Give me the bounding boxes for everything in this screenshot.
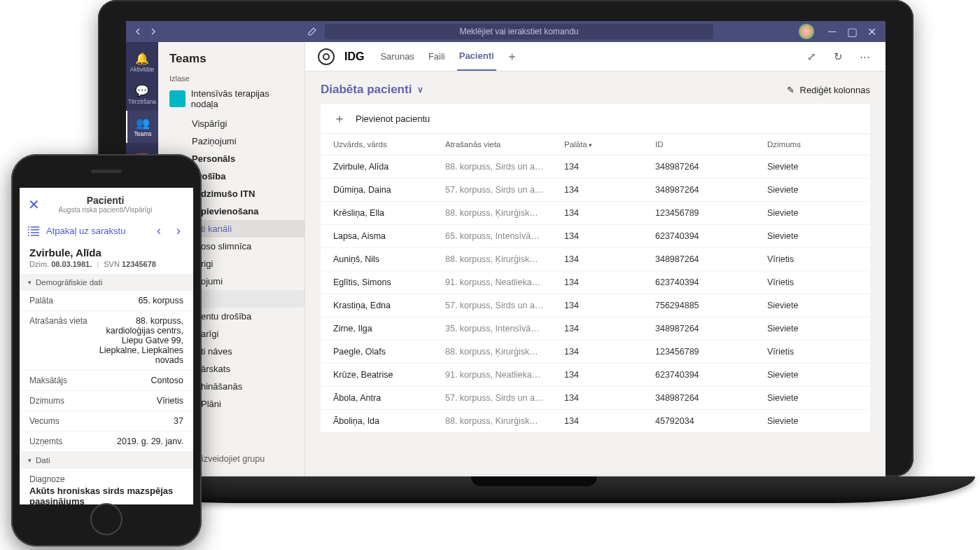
- expand-icon[interactable]: ⤢: [803, 50, 820, 63]
- section-data[interactable]: ▾ Dati: [20, 452, 193, 469]
- list-icon: [28, 226, 39, 236]
- list-title-text: Diabēta pacienti: [321, 83, 412, 97]
- patient-name: Zvirbule, Alīda: [29, 247, 183, 259]
- field-palata: Palāta65. korpuss: [20, 291, 193, 311]
- rail-teams[interactable]: 👥 Teams: [126, 111, 158, 143]
- cell-gender: Vīrietis: [767, 254, 844, 264]
- cell-location: 57. korpuss, Sirds un a…: [445, 393, 564, 403]
- add-patient-button[interactable]: ＋ Pievienot pacientu: [321, 104, 870, 134]
- cell-gender: Sieviete: [767, 393, 844, 403]
- plus-icon: ＋: [333, 112, 346, 125]
- tab-patients[interactable]: Pacienti: [457, 42, 496, 71]
- table-row[interactable]: Krūze, Beatrise 91. korpuss, Neatlieka… …: [321, 364, 870, 387]
- back-label: Atpakaļ uz sarakstu: [46, 226, 146, 236]
- nav-forward-icon[interactable]: [147, 25, 160, 38]
- main-area: IDG Sarunas Faili Pacienti ＋ ⤢ ↻ ⋯ D: [305, 42, 886, 476]
- col-gender[interactable]: Dzimums: [767, 140, 844, 149]
- cell-ward: 134: [564, 277, 655, 287]
- table-row[interactable]: Āboliņa, Ida 88. korpuss, Kirurģisk… 134…: [321, 410, 870, 433]
- cell-location: 88. korpuss, Ķirurģisk…: [445, 254, 564, 264]
- edit-columns-button[interactable]: ✎ Rediģēt kolonnas: [787, 85, 870, 95]
- window-minimize-icon[interactable]: ─: [822, 22, 842, 41]
- table-row[interactable]: Krēsliņa, Ella 88. korpuss, Ķirurģisk… 1…: [321, 202, 870, 225]
- pencil-icon: ✎: [787, 85, 794, 95]
- section-demographics[interactable]: ▾ Demogrāfiskie dati: [20, 274, 193, 291]
- field-location: Atrašanās vieta88. korpuss, kardioloģija…: [20, 311, 193, 371]
- table-row[interactable]: Krastiņa, Edna 57. korpuss, Sirds un a… …: [321, 294, 870, 317]
- refresh-icon[interactable]: ↻: [830, 50, 846, 63]
- tab-bar: IDG Sarunas Faili Pacienti ＋ ⤢ ↻ ⋯: [305, 42, 886, 71]
- cell-name: Dūmiņa, Daina: [333, 185, 445, 195]
- team-row[interactable]: Intensīvās terapijas nodaļa: [158, 85, 304, 115]
- table-row[interactable]: Lapsa, Aisma 65. korpuss, Intensīvā… 134…: [321, 225, 870, 248]
- chevron-down-icon: ∨: [417, 85, 424, 95]
- cell-location: 88. korpuss, Ķirurģisk…: [445, 347, 564, 357]
- window-maximize-icon[interactable]: ▢: [842, 22, 862, 41]
- table-row[interactable]: Zirne, Ilga 35. korpuss, Intensīvā… 134 …: [321, 317, 870, 341]
- cell-id: 123456789: [655, 347, 767, 357]
- cell-id: 123456789: [655, 208, 767, 218]
- app-logo-icon: [318, 48, 335, 65]
- cell-id: 623740394: [655, 277, 767, 287]
- content: Diabēta pacienti ∨ ✎ Rediģēt kolonnas ＋: [305, 71, 886, 441]
- chevron-down-icon: ▾: [28, 457, 31, 464]
- next-patient-icon[interactable]: ›: [172, 224, 185, 238]
- cell-ward: 134: [564, 231, 655, 241]
- table-row[interactable]: Paegle, Olafs 88. korpuss, Ķirurģisk… 13…: [321, 341, 870, 364]
- cell-gender: Sieviete: [767, 162, 844, 172]
- cell-id: 348987264: [655, 185, 767, 195]
- cell-id: 348987264: [655, 162, 767, 172]
- phone-title: Pacienti: [47, 195, 164, 206]
- chat-icon: 💬: [135, 84, 149, 97]
- list-title[interactable]: Diabēta pacienti ∨: [321, 83, 424, 97]
- cell-gender: Sieviete: [767, 301, 844, 310]
- cell-name: Zirne, Ilga: [333, 324, 445, 334]
- cell-location: 57. korpuss, Sirds un a…: [445, 301, 564, 310]
- more-icon[interactable]: ⋯: [856, 50, 873, 63]
- close-icon[interactable]: ✕: [28, 196, 40, 213]
- phone-frame: ✕ Pacienti Augsta riska pacienti/Vispārī…: [11, 154, 202, 546]
- cell-location: 91. korpuss, Neatlieka…: [445, 277, 564, 287]
- rail-activity[interactable]: 🔔 Aktivitāte: [126, 46, 158, 78]
- laptop-frame: ─ ▢ ✕ 🔔 Aktivitāte 💬 Tērzēšana 👥: [98, 0, 913, 532]
- back-to-list[interactable]: Atpakaļ uz sarakstu ‹ ›: [20, 218, 193, 244]
- cell-gender: Sieviete: [767, 416, 844, 426]
- team-name: Intensīvās terapijas nodaļa: [191, 88, 293, 109]
- channel-item[interactable]: Vispārīgi: [158, 115, 304, 132]
- col-location[interactable]: Atrašanās vieta: [445, 140, 564, 149]
- channel-item[interactable]: Paziņojumi: [158, 132, 304, 150]
- window-close-icon[interactable]: ✕: [862, 22, 881, 41]
- diagnosis-text: Akūts hroniskas sirds mazspējas paasināj…: [29, 486, 183, 504]
- cell-id: 756294885: [655, 301, 767, 310]
- prev-patient-icon[interactable]: ‹: [153, 224, 165, 238]
- add-tab-icon[interactable]: ＋: [506, 48, 518, 64]
- teams-icon: 👥: [136, 116, 150, 130]
- table-row[interactable]: Eglītis, Simons 91. korpuss, Neatlieka… …: [321, 271, 870, 294]
- table-row[interactable]: Auniņš, Nils 88. korpuss, Ķirurģisk… 134…: [321, 248, 870, 271]
- cell-id: 348987264: [655, 393, 767, 403]
- cell-id: 45792034: [655, 416, 767, 426]
- table-row[interactable]: Ābola, Antra 57. korpuss, Sirds un a… 13…: [321, 387, 870, 410]
- user-avatar[interactable]: [799, 24, 814, 39]
- col-name[interactable]: Uzvārds, vārds: [333, 140, 445, 149]
- patients-table: ＋ Pievienot pacientu Uzvārds, vārds Atra…: [321, 104, 870, 433]
- diagnosis-label: Diagnoze: [29, 474, 183, 484]
- rail-chat[interactable]: 💬 Tērzēšana: [126, 78, 158, 111]
- patient-meta: Dzim. 08.03.1981. | SVN 12345678: [29, 260, 183, 268]
- search-input[interactable]: [325, 24, 713, 39]
- compose-icon[interactable]: [305, 25, 319, 39]
- cell-id: 348987264: [655, 254, 767, 264]
- col-id[interactable]: ID: [655, 140, 767, 149]
- col-ward[interactable]: Palāta: [564, 140, 655, 149]
- tab-files[interactable]: Faili: [426, 43, 447, 70]
- tab-conversations[interactable]: Sarunas: [378, 43, 416, 70]
- laptop-screen-frame: ─ ▢ ✕ 🔔 Aktivitāte 💬 Tērzēšana 👥: [98, 0, 913, 476]
- table-row[interactable]: Zvirbule, Alīda 88. korpuss, Sirds un a……: [321, 156, 870, 179]
- cell-ward: 134: [564, 370, 655, 380]
- field-age: Vecums37: [20, 411, 193, 432]
- cell-ward: 134: [564, 393, 655, 403]
- cell-ward: 134: [564, 185, 655, 195]
- section-label: Demogrāfiskie dati: [36, 278, 102, 287]
- nav-back-icon[interactable]: [132, 25, 144, 38]
- table-row[interactable]: Dūmiņa, Daina 57. korpuss, Sirds un a… 1…: [321, 179, 870, 202]
